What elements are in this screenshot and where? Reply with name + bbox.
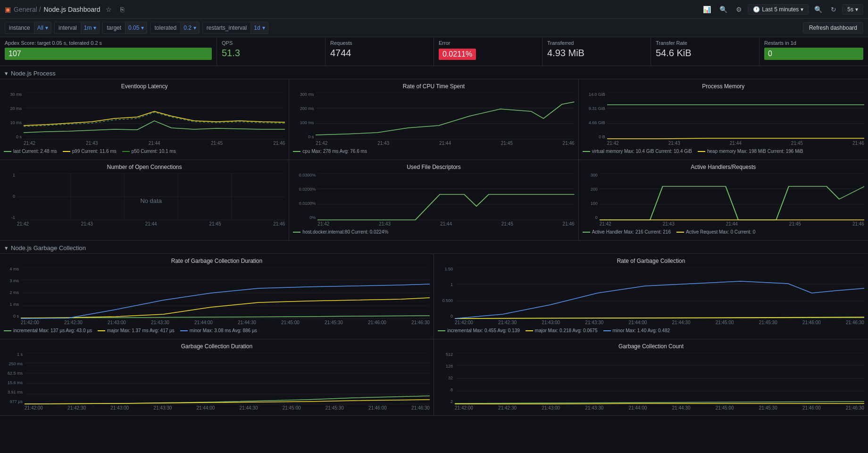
filter-instance-value[interactable]: All ▾ [34, 25, 51, 31]
fd-legend: host.docker.internal:80 Current: 0.0224% [293, 227, 574, 236]
chart-icon-button[interactable]: 📊 [700, 4, 714, 15]
clock-icon: 🕐 [753, 6, 760, 13]
page-title: Node.js Dashboard [44, 6, 100, 13]
x-axis: 21:42:00 21:42:30 21:43:00 21:43:30 21:4… [25, 404, 430, 411]
x-axis: 21:42 21:43 21:44 21:45 21:46 [24, 140, 285, 147]
y-label: 200 [583, 187, 598, 192]
y-label: 14.0 GiB [583, 92, 605, 97]
y-label: 15.6 ms [4, 381, 23, 385]
legend-line [293, 232, 300, 233]
stat-restarts-bar: 0 [764, 48, 863, 60]
stat-requests: Requests 4744 [326, 37, 434, 66]
svg-rect-44 [25, 352, 430, 404]
legend-label: minor Max: 1.40 Avg: 0.482 [613, 328, 670, 333]
x-axis: 21:42 21:43 21:44 21:45 21:46 [607, 140, 864, 147]
refresh-icon-button[interactable]: ↻ [828, 4, 839, 15]
filter-target-label: target [103, 22, 125, 34]
stat-transfer-rate-value: 54.6 KiB [656, 48, 754, 59]
legend-label: Active Handler Max: 216 Current: 216 [592, 229, 671, 235]
refresh-interval-button[interactable]: 5s ▾ [842, 4, 863, 15]
legend-label: host.docker.internal:80 Current: 0.0224% [302, 229, 388, 235]
filter-tolerated[interactable]: tolerated 0.2 ▾ [150, 22, 199, 34]
legend-line [583, 232, 590, 233]
y-label: 0% [293, 216, 316, 220]
gc-charts-row1: Rate of Garbage Collection Duration 4 ms… [0, 254, 868, 339]
svg-rect-10 [607, 92, 864, 140]
y-label: 0 [4, 194, 15, 199]
y-label: 0 B [583, 135, 605, 139]
zoom-out-button[interactable]: 🔍 [811, 4, 825, 15]
gc-charts-row2: Garbage Collection Duration 1 s 250 ms 6… [0, 339, 868, 416]
section-nodejs-process[interactable]: ▾ Node.js Process [0, 66, 868, 79]
filter-target-value[interactable]: 0.05 ▾ [125, 25, 147, 31]
settings-icon-button[interactable]: ⚙ [733, 4, 745, 15]
filter-restarts-label: restarts_interval [203, 22, 251, 34]
gc-rate-legend: incremental Max: 0.455 Avg: 0.139 major … [438, 326, 864, 335]
filter-tolerated-label: tolerated [150, 22, 181, 34]
legend-label: Active Request Max: 0 Current: 0 [686, 229, 755, 235]
y-label: 1 ms [4, 302, 19, 307]
y-label: 200 ms [293, 107, 314, 111]
stat-transferred-value: 4.93 MiB [547, 48, 646, 59]
handlers-svg [600, 173, 864, 220]
section-gc-label: Node.js Garbage Collection [11, 244, 86, 252]
y-label: 32 [438, 376, 453, 380]
x-axis: 21:42 21:43 21:44 21:45 21:46 [600, 220, 864, 227]
filterbar: instance All ▾ interval 1m ▾ target 0.05… [0, 19, 868, 37]
chart-memory-title: Process Memory [583, 83, 864, 90]
stat-apdex-title: Apdex Score: target 0.05 s, tolerated 0.… [5, 40, 212, 46]
x-axis: 21:42:00 21:42:30 21:43:00 21:43:30 21:4… [21, 319, 430, 326]
time-range-button[interactable]: 🕐 Last 5 minutes ▾ [748, 4, 809, 15]
section-nodejs-gc[interactable]: ▾ Node.js Garbage Collection [0, 241, 868, 254]
y-label: 0 [438, 314, 453, 319]
legend-label: virtual memory Max: 10.4 GiB Current: 10… [592, 149, 692, 154]
stat-qps-value: 51.3 [222, 48, 320, 59]
topbar-right: 📊 🔍 ⚙ 🕐 Last 5 minutes ▾ 🔍 ↻ 5s ▾ [700, 4, 863, 15]
star-button[interactable]: ☆ [103, 4, 115, 15]
filter-instance[interactable]: instance All ▾ [5, 22, 51, 34]
search-icon-button[interactable]: 🔍 [717, 4, 730, 15]
collapse-gc-icon: ▾ [5, 244, 8, 252]
refresh-interval-label: 5s [847, 6, 853, 13]
legend-line [698, 151, 705, 152]
legend-line [63, 151, 70, 152]
stat-apdex-bar: 107 [5, 48, 212, 60]
y-label: 10 ms [4, 121, 22, 125]
legend-line [526, 330, 533, 331]
y-label: -1 [4, 216, 15, 220]
legend-label: p50 Current: 10.1 ms [132, 149, 176, 154]
chart-gc-rate-title: Rate of Garbage Collection [438, 258, 864, 264]
y-label: 0.0100% [293, 201, 316, 206]
filter-interval-value[interactable]: 1m ▾ [81, 25, 100, 31]
legend-label: incremental Max: 0.455 Avg: 0.139 [447, 328, 520, 333]
stat-requests-title: Requests [330, 40, 429, 46]
chart-gc-dur-title: Garbage Collection Duration [4, 343, 430, 350]
section-nodejs-process-label: Node.js Process [11, 70, 56, 77]
filter-restarts-value[interactable]: 1d ▾ [251, 25, 267, 31]
filter-target[interactable]: target 0.05 ▾ [102, 22, 147, 34]
filter-tolerated-value[interactable]: 0.2 ▾ [181, 25, 199, 31]
gc-count-rate-svg [455, 267, 864, 319]
cpu-svg [316, 92, 574, 140]
legend-line [4, 151, 11, 152]
x-axis: 21:42 21:43 21:44 21:45 21:46 [17, 220, 285, 227]
y-label: 0.0300% [293, 173, 316, 177]
eventloop-svg [24, 92, 285, 140]
refresh-dashboard-button[interactable]: Refresh dashboard [803, 22, 863, 34]
y-label: 1 [438, 283, 453, 287]
legend-line [583, 151, 590, 152]
stat-restarts-title: Restarts in 1d [764, 40, 863, 46]
time-range-label: Last 5 minutes [762, 6, 799, 13]
y-label: 0 [583, 216, 598, 220]
y-label: 512 [438, 352, 453, 357]
y-label: 8 [438, 388, 453, 392]
y-label: 3.91 ms [4, 390, 23, 394]
legend-label: major Max: 1.37 ms Avg: 417 µs [107, 328, 175, 333]
filter-interval[interactable]: interval 1m ▾ [54, 22, 100, 34]
process-charts-row2: Number of Open Connections 1 0 -1 [0, 160, 868, 241]
share-button[interactable]: ⎘ [117, 4, 127, 15]
legend-line [438, 330, 445, 331]
y-label: 62.5 ms [4, 371, 23, 376]
legend-line [122, 151, 130, 152]
filter-restarts-interval[interactable]: restarts_interval 1d ▾ [202, 22, 268, 34]
